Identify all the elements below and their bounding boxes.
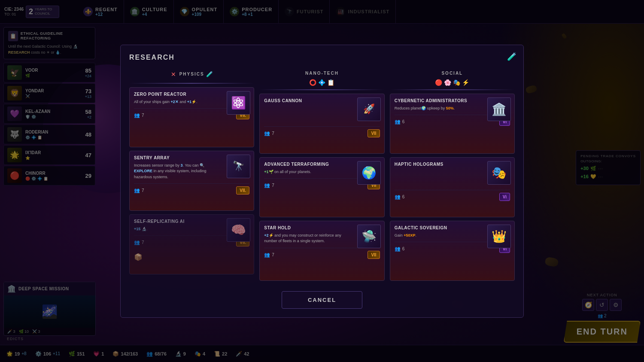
cost-icon: 👥 xyxy=(134,188,140,193)
extra-icon: 📦 xyxy=(134,253,143,261)
cost-value: 6 xyxy=(402,119,405,124)
cost-value: 6 xyxy=(402,246,405,251)
physics-label: PHYSICS xyxy=(179,72,204,76)
card-self-replicating-ai[interactable]: SELF-REPLICATING AI 🧠 +15 🔬. 📦 👥 7 VII. xyxy=(129,214,254,274)
card-sentry-array[interactable]: SENTRY ARRAY 🔭 Increases sensor range by… xyxy=(129,151,254,211)
nanotech-label: NANO-TECH xyxy=(305,71,339,76)
cost-value: 7 xyxy=(272,183,274,188)
column-nanotech: NANO-TECH ⭕ 💠 📋 GAUSS CANNON 🚀 xyxy=(259,68,384,284)
card-image: 🚀 xyxy=(357,97,381,121)
card-image: 👑 xyxy=(487,225,511,248)
nanotech-icon-1: ⭕ xyxy=(309,79,316,86)
cost-value: 7 xyxy=(272,252,274,257)
card-image: 🌍 xyxy=(357,161,381,185)
cost-value: 7 xyxy=(142,240,144,245)
nanotech-divider xyxy=(259,89,384,90)
social-label: SOCIAL xyxy=(441,71,463,76)
cost-icon: 👥 xyxy=(395,246,401,252)
card-tier: VII. xyxy=(236,186,249,195)
cost-icon: 👥 xyxy=(134,240,140,245)
card-cost: 👥 7 xyxy=(264,131,274,136)
card-tier: VII xyxy=(368,129,380,137)
card-image: 🛸 xyxy=(357,225,381,248)
cost-icon: 👥 xyxy=(264,183,270,188)
card-image: 🧠 xyxy=(227,218,250,242)
cost-value: 7 xyxy=(142,113,144,118)
card-footer: 👥 6 Vi xyxy=(395,190,510,201)
physics-flask-icon: 🧪 xyxy=(206,71,213,77)
card-star-hold[interactable]: STAR HOLD 🛸 +2⚡ and you may construct or… xyxy=(259,221,384,281)
social-icon-3: 🎭 xyxy=(453,79,460,86)
research-grid: ✕ PHYSICS 🧪 ZERO POINT REACTOR ⚛️ All of… xyxy=(129,68,515,284)
social-divider xyxy=(390,89,515,90)
column-header-social: SOCIAL 🔴 🌸 🎭 ⚡ xyxy=(390,68,515,89)
cost-icon: 👥 xyxy=(264,252,270,258)
card-image: 🔭 xyxy=(227,155,250,178)
column-social: SOCIAL 🔴 🌸 🎭 ⚡ CYBERNETIC ADMINISTRATORS… xyxy=(390,68,515,284)
card-haptic-holograms[interactable]: HAPTIC HOLOGRAMS 🎭 👥 6 Vi xyxy=(390,157,515,217)
card-gauss-cannon[interactable]: GAUSS CANNON 🚀 👥 7 VII xyxy=(259,94,384,154)
card-footer: 👥 7 VII xyxy=(264,248,380,259)
card-footer: 👥 7 VII xyxy=(264,126,380,137)
card-tier: VII xyxy=(368,251,380,259)
cost-icon: 👥 xyxy=(264,131,270,136)
physics-divider xyxy=(129,83,254,84)
card-footer: 👥 7 VII. xyxy=(134,183,249,195)
card-cost: 👥 7 xyxy=(134,188,144,193)
card-cost: 👥 7 xyxy=(264,252,274,258)
research-modal: RESEARCH 🧪 ✕ PHYSICS 🧪 ZERO POINT REACTO… xyxy=(120,45,524,318)
social-icon-1: 🔴 xyxy=(435,79,442,86)
modal-overlay: RESEARCH 🧪 ✕ PHYSICS 🧪 ZERO POINT REACTO… xyxy=(0,0,644,362)
card-cost: 👥 7 xyxy=(134,113,144,118)
physics-close-icon[interactable]: ✕ xyxy=(171,71,176,78)
nanotech-icon-3: 📋 xyxy=(327,79,334,86)
social-icon-4: ⚡ xyxy=(462,79,469,86)
column-header-physics: ✕ PHYSICS 🧪 xyxy=(129,68,254,83)
card-image: 🏛️ xyxy=(487,97,511,121)
card-advanced-terraforming[interactable]: ADVANCED TERRAFORMING 🌍 +1🌱 on all of yo… xyxy=(259,157,384,217)
card-cost: 👥 7 xyxy=(264,183,274,188)
cost-icon: 👥 xyxy=(395,194,401,200)
social-icon-2: 🌸 xyxy=(444,79,451,86)
column-physics: ✕ PHYSICS 🧪 ZERO POINT REACTOR ⚛️ All of… xyxy=(129,68,254,284)
column-header-nanotech: NANO-TECH ⭕ 💠 📋 xyxy=(259,68,384,89)
cost-value: 6 xyxy=(402,195,405,199)
cost-value: 7 xyxy=(272,131,274,136)
social-icons: 🔴 🌸 🎭 ⚡ xyxy=(390,79,515,86)
col-header-row-nanotech: NANO-TECH xyxy=(259,71,384,77)
card-tier: Vi xyxy=(499,193,510,201)
card-cost: 👥 6 xyxy=(395,246,405,252)
nanotech-icon-2: 💠 xyxy=(318,79,325,86)
col-header-row-social: SOCIAL xyxy=(390,71,515,77)
cancel-button[interactable]: CANCEL xyxy=(282,291,362,309)
cost-value: 7 xyxy=(142,188,144,193)
nanotech-icons: ⭕ 💠 📋 xyxy=(259,79,384,86)
card-cost: 👥 7 xyxy=(134,240,144,245)
cost-icon: 👥 xyxy=(134,113,140,118)
card-cybernetic-administrators[interactable]: CYBERNETIC ADMINISTRATORS 🏛️ Reduces pla… xyxy=(390,94,515,154)
card-cost: 👥 6 xyxy=(395,119,405,125)
modal-title: RESEARCH xyxy=(129,54,515,61)
cost-icon: 👥 xyxy=(395,119,401,125)
card-zero-point-reactor[interactable]: ZERO POINT REACTOR ⚛️ All of your ships … xyxy=(129,87,254,147)
col-header-row-physics: ✕ PHYSICS 🧪 xyxy=(129,71,254,79)
card-cost: 👥 6 xyxy=(395,194,405,200)
card-image: ⚛️ xyxy=(227,91,250,115)
card-image: 🎭 xyxy=(487,161,511,185)
modal-icon: 🧪 xyxy=(507,52,516,61)
card-galactic-sovereign[interactable]: GALACTIC SOVEREIGN 👑 Gain +50XP. 👥 6 Vi xyxy=(390,221,515,281)
